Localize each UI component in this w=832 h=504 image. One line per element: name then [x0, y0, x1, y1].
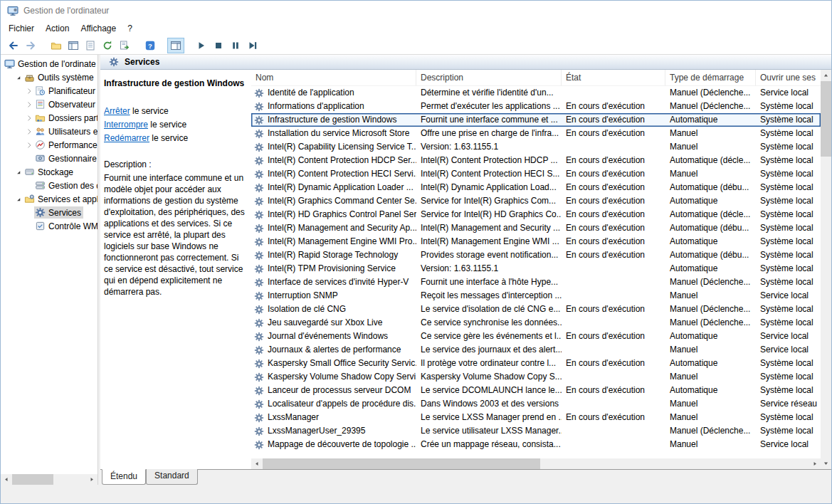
tree-item-gestionnaire[interactable]: Gestionnaire	[1, 152, 98, 165]
service-row[interactable]: Intel(R) Management Engine WMI Pro...Int…	[251, 235, 821, 248]
service-row[interactable]: Journal d'événements WindowsCe service g…	[251, 330, 821, 343]
service-row[interactable]: Localisateur d'appels de procédure dis..…	[251, 397, 821, 411]
service-row[interactable]: Kaspersky Small Office Security Servic..…	[251, 357, 821, 370]
table-vscroll-thumb[interactable]	[821, 81, 831, 157]
column-header-type-de-d-marrage[interactable]: Type de démarrage	[665, 70, 756, 85]
tree-item-utilisateurs-e[interactable]: Utilisateurs e	[1, 125, 98, 138]
service-gear-icon	[254, 359, 264, 369]
collapse-arrow-icon[interactable]	[14, 195, 23, 204]
scroll-down-arrow-icon[interactable]	[821, 458, 831, 469]
service-gear-icon	[254, 291, 264, 301]
service-row[interactable]: Journaux & alertes de performanceLe serv…	[251, 343, 821, 357]
service-row[interactable]: Intel(R) Content Protection HECI Servi..…	[251, 167, 821, 181]
column-header-nom[interactable]: Nom	[251, 70, 416, 85]
service-row[interactable]: Intel(R) TPM Provisioning ServiceVersion…	[251, 262, 821, 275]
service-logon-as: Système local	[756, 181, 821, 194]
service-row[interactable]: Identité de l'applicationDétermine et vé…	[251, 86, 821, 100]
action-link-arr-ter[interactable]: Arrêter	[104, 106, 130, 116]
tree-horizontal-scrollbar[interactable]	[1, 474, 98, 485]
up-level-button[interactable]	[48, 38, 65, 53]
tree-item-performance[interactable]: Performance	[1, 138, 98, 152]
service-row[interactable]: Installation du service Microsoft StoreO…	[251, 127, 821, 140]
expand-arrow-icon[interactable]	[25, 127, 33, 136]
tree-item-dossiers-part[interactable]: Dossiers part	[1, 111, 98, 125]
service-gear-icon	[254, 169, 264, 179]
service-row[interactable]: LxssManagerUser_29395Le service utilisat…	[251, 424, 821, 438]
service-row[interactable]: Intel(R) HD Graphics Control Panel Ser..…	[251, 208, 821, 221]
service-name: Identité de l'application	[268, 86, 354, 100]
column-header-ouvrir-une-ses[interactable]: Ouvrir une ses	[756, 70, 821, 85]
menu-item-help[interactable]: ?	[122, 21, 138, 36]
service-row[interactable]: Mappage de découverte de topologie ...Cr…	[251, 438, 821, 451]
service-gear-icon	[254, 102, 264, 112]
table-horizontal-scrollbar[interactable]	[251, 458, 821, 469]
tab-standard[interactable]: Standard	[146, 469, 198, 485]
tree-item-outils-syst-me[interactable]: Outils système	[1, 70, 98, 84]
service-logon-as: Service local	[756, 86, 821, 100]
menu-item-affichage[interactable]: Affichage	[75, 21, 122, 36]
tree-item-services[interactable]: Services	[1, 206, 98, 219]
menu-item-fichier[interactable]: Fichier	[3, 21, 40, 36]
service-row[interactable]: Intel(R) Content Protection HDCP Ser...I…	[251, 154, 821, 167]
expand-arrow-icon[interactable]	[25, 141, 33, 149]
tree-item-stockage[interactable]: Stockage	[1, 165, 98, 179]
collapse-arrow-icon[interactable]	[14, 168, 23, 177]
service-row[interactable]: Kaspersky Volume Shadow Copy Servi...Kas…	[251, 370, 821, 384]
back-button[interactable]	[5, 38, 22, 53]
scroll-right-arrow-icon[interactable]	[810, 458, 821, 469]
action-link-interrompre[interactable]: Interrompre	[104, 120, 148, 130]
service-row[interactable]: Lanceur de processus serveur DCOMLe serv…	[251, 384, 821, 397]
service-row[interactable]: Interface de services d'invité Hyper-VFo…	[251, 275, 821, 289]
service-row[interactable]: Informations d'applicationPermet d'exécu…	[251, 100, 821, 113]
service-row[interactable]: Intel(R) Rapid Storage TechnologyProvide…	[251, 248, 821, 262]
tree-item-services-et-appli[interactable]: Services et appli	[1, 192, 98, 206]
scroll-up-arrow-icon[interactable]	[821, 70, 831, 80]
menu-item-action[interactable]: Action	[40, 21, 75, 36]
tree-hscroll-thumb[interactable]	[12, 474, 53, 485]
show-action-pane-button[interactable]	[167, 38, 184, 53]
export-list-button[interactable]	[116, 38, 133, 53]
service-startup-type: Automatique	[665, 113, 756, 127]
expand-arrow-icon[interactable]	[25, 100, 33, 109]
restart-service-button[interactable]	[244, 38, 261, 53]
help-button[interactable]: ?	[142, 38, 159, 53]
column-header-description[interactable]: Description	[416, 70, 562, 85]
service-row[interactable]: Intel(R) Dynamic Application Loader ...I…	[251, 181, 821, 194]
table-vertical-scrollbar[interactable]	[821, 70, 831, 469]
tree-item-planificateur[interactable]: Planificateur	[1, 84, 98, 98]
tree-item-contr-le-wm[interactable]: Contrôle WM	[1, 219, 98, 233]
table-hscroll-thumb[interactable]	[263, 458, 540, 469]
tree-item-observateur[interactable]: Observateur	[1, 98, 98, 111]
forward-button[interactable]	[22, 38, 39, 53]
service-row[interactable]: Isolation de clé CNGLe service d'isolati…	[251, 303, 821, 316]
service-name: Infrastructure de gestion Windows	[268, 113, 396, 127]
refresh-button[interactable]	[99, 38, 116, 53]
tab-tendu[interactable]: Étendu	[102, 469, 146, 485]
service-row[interactable]: Interruption SNMPReçoit les messages d'i…	[251, 289, 821, 303]
scroll-left-arrow-icon[interactable]	[1, 474, 11, 485]
collapse-arrow-icon[interactable]	[14, 73, 23, 82]
column-header-tat[interactable]: État	[562, 70, 665, 85]
service-row[interactable]: LxssManagerLe service LXSS Manager prend…	[251, 411, 821, 424]
service-detail-pane: Infrastructure de gestion Windows Arrête…	[100, 70, 251, 469]
expand-arrow-icon[interactable]	[25, 114, 33, 122]
service-row[interactable]: Jeu sauvegardé sur Xbox LiveCe service s…	[251, 316, 821, 330]
service-row[interactable]: Intel(R) Management and Security Ap...In…	[251, 221, 821, 235]
stop-service-button[interactable]	[210, 38, 227, 53]
service-name: LxssManager	[268, 411, 319, 424]
pause-service-button[interactable]	[227, 38, 244, 53]
scroll-left-arrow-icon[interactable]	[251, 458, 262, 469]
title-bar[interactable]: Gestion de l'ordinateur	[1, 1, 831, 21]
expand-arrow-icon[interactable]	[25, 87, 33, 95]
service-row[interactable]: Infrastructure de gestion WindowsFournit…	[251, 113, 821, 127]
show-console-tree-button[interactable]	[65, 38, 82, 53]
start-service-button[interactable]	[193, 38, 210, 53]
action-link-red-marrer[interactable]: Redémarrer	[104, 133, 149, 143]
service-row[interactable]: Intel(R) Graphics Command Center Se...Se…	[251, 194, 821, 208]
service-row[interactable]: Intel(R) Capability Licensing Service T.…	[251, 140, 821, 154]
tree-item-gestion-de-l-ordinate[interactable]: Gestion de l'ordinate	[1, 57, 98, 70]
scroll-right-arrow-icon[interactable]	[87, 474, 98, 485]
properties-button[interactable]	[82, 38, 99, 53]
tree-item-gestion-des-d[interactable]: Gestion des d	[1, 179, 98, 192]
tree-item-label: Gestion de l'ordinate	[18, 59, 96, 69]
